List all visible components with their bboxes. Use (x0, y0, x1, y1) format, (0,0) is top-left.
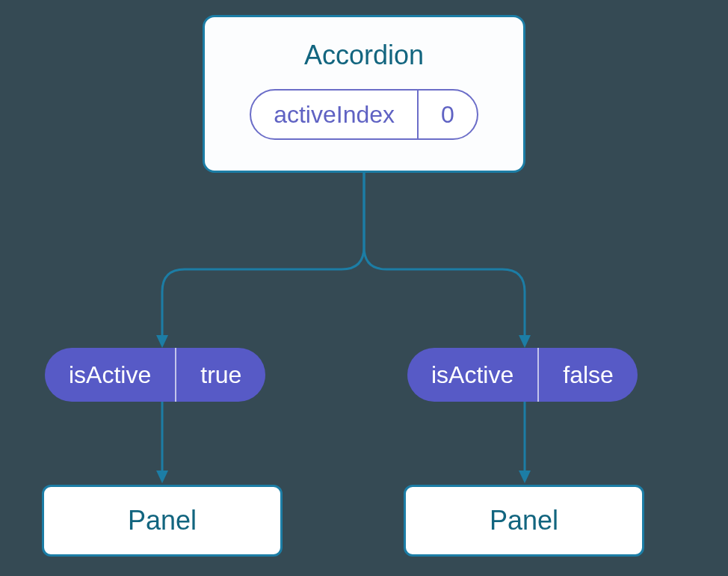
state-label: activeIndex (251, 91, 417, 138)
prop-label: isActive (407, 348, 537, 402)
svg-marker-2 (156, 471, 168, 483)
svg-marker-0 (156, 335, 168, 348)
component-tree-diagram: Accordion activeIndex 0 isActive true is… (0, 0, 728, 576)
svg-marker-1 (519, 335, 531, 348)
panel-title: Panel (128, 505, 197, 536)
prop-pill-isactive-left: isActive true (45, 348, 265, 402)
prop-value: false (539, 348, 638, 402)
panel-component-box-left: Panel (42, 485, 283, 557)
panel-component-box-right: Panel (404, 485, 644, 557)
panel-title: Panel (490, 505, 558, 536)
prop-pill-isactive-right: isActive false (407, 348, 638, 402)
state-pill-activeindex: activeIndex 0 (250, 89, 478, 140)
accordion-title: Accordion (304, 40, 424, 71)
state-value: 0 (419, 91, 477, 138)
prop-label: isActive (45, 348, 175, 402)
svg-marker-3 (519, 471, 531, 483)
accordion-component-box: Accordion activeIndex 0 (203, 15, 525, 173)
prop-value: true (176, 348, 265, 402)
